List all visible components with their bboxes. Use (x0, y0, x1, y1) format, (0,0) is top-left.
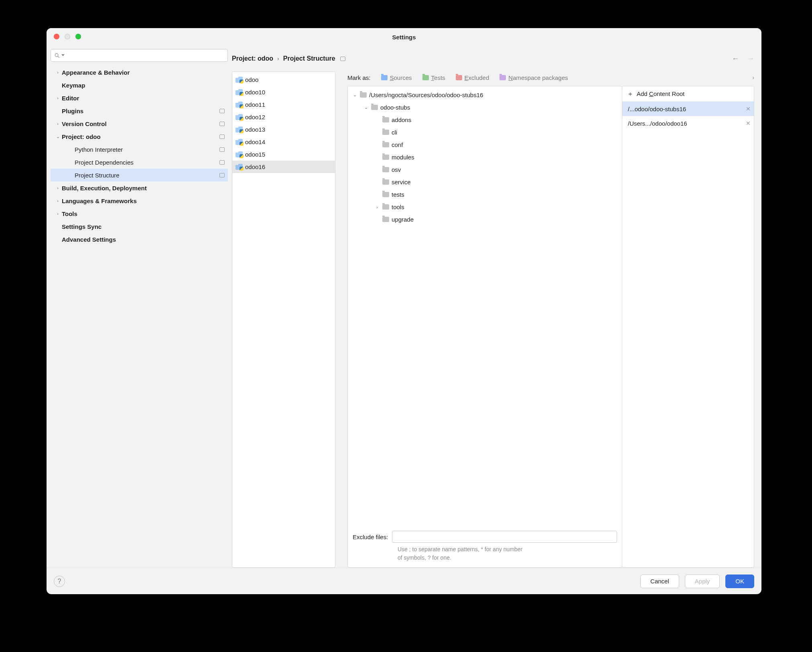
dir-label: service (392, 179, 411, 185)
sidebar-item-settings-sync[interactable]: Settings Sync (51, 220, 228, 233)
mark-tests-button[interactable]: Tests (422, 74, 445, 81)
mark-excluded-button[interactable]: Excluded (456, 74, 489, 81)
module-item-odoo14[interactable]: odoo14 (232, 136, 335, 148)
python-folder-icon (235, 164, 243, 170)
sidebar-item-advanced-settings[interactable]: Advanced Settings (51, 233, 228, 246)
python-folder-icon (235, 139, 243, 145)
dialog-footer: ? Cancel Apply OK (47, 568, 761, 594)
remove-content-root-button[interactable]: ✕ (746, 120, 751, 126)
sidebar-item-label: Settings Sync (62, 223, 102, 230)
folder-icon (382, 142, 389, 147)
help-button[interactable]: ? (54, 576, 65, 587)
chevron-right-icon: › (54, 211, 62, 216)
module-item-odoo11[interactable]: odoo11 (232, 98, 335, 111)
sidebar-item-project-structure[interactable]: Project Structure (51, 169, 228, 181)
dir-label: odoo-stubs (380, 104, 410, 111)
cancel-button[interactable]: Cancel (640, 575, 679, 588)
dir-tests[interactable]: tests (348, 188, 622, 201)
module-item-odoo15[interactable]: odoo15 (232, 148, 335, 161)
content-roots-panel: ＋ Add Content Root /...odoo/odoo-stubs16… (622, 86, 754, 568)
sidebar-item-label: Project Structure (75, 172, 120, 179)
sidebar-item-tools[interactable]: ›Tools (51, 207, 228, 220)
chevron-down-icon[interactable]: ⌄ (363, 105, 369, 110)
nav-back-button[interactable]: ← (732, 55, 739, 63)
exclude-files-input[interactable] (392, 531, 617, 543)
add-content-root-button[interactable]: ＋ Add Content Root (622, 86, 754, 102)
sidebar-item-build-execution-deployment[interactable]: ›Build, Execution, Deployment (51, 181, 228, 194)
chevron-right-icon[interactable]: › (374, 205, 380, 210)
dir-label: /Users/ngocta/Sources/odoo/odoo-stubs16 (369, 92, 483, 98)
window-title: Settings (47, 34, 761, 41)
dir-tools[interactable]: ›tools (348, 201, 622, 213)
sidebar-item-label: Keymap (62, 82, 85, 89)
mark-namespace-button[interactable]: Namespace packages (499, 74, 568, 81)
sidebar-item-label: Build, Execution, Deployment (62, 185, 147, 192)
mark-more-button[interactable]: › (752, 74, 754, 81)
folder-icon (382, 167, 389, 172)
dir-conf[interactable]: conf (348, 139, 622, 151)
project-scope-icon (340, 57, 345, 61)
sidebar-item-project-odoo[interactable]: ⌄Project: odoo (51, 130, 228, 143)
sidebar-item-keymap[interactable]: Keymap (51, 79, 228, 92)
module-label: odoo11 (245, 101, 265, 108)
sidebar-item-version-control[interactable]: ›Version Control (51, 117, 228, 130)
project-scope-icon (219, 160, 225, 165)
project-scope-icon (219, 134, 225, 139)
ok-button[interactable]: OK (725, 575, 754, 588)
module-item-odoo10[interactable]: odoo10 (232, 86, 335, 98)
dir-root[interactable]: ⌄/Users/ngocta/Sources/odoo/odoo-stubs16 (348, 89, 622, 101)
search-dropdown-icon[interactable] (61, 54, 65, 57)
sidebar-item-editor[interactable]: ›Editor (51, 92, 228, 104)
module-item-odoo13[interactable]: odoo13 (232, 123, 335, 136)
dir-modules[interactable]: modules (348, 151, 622, 163)
apply-button[interactable]: Apply (685, 575, 720, 588)
dir-label: addons (392, 116, 411, 123)
module-item-odoo12[interactable]: odoo12 (232, 111, 335, 123)
content-root-item[interactable]: /Users.../odoo/odoo16✕ (622, 116, 754, 130)
dir-upgrade[interactable]: upgrade (348, 213, 622, 226)
chevron-down-icon[interactable]: ⌄ (352, 92, 357, 98)
dir-osv[interactable]: osv (348, 163, 622, 176)
dir-label: conf (392, 141, 403, 148)
module-label: odoo12 (245, 114, 265, 120)
titlebar: Settings (47, 28, 761, 46)
exclude-files-label: Exclude files: (353, 534, 388, 540)
search-input[interactable] (66, 52, 224, 59)
content-root-item[interactable]: /...odoo/odoo-stubs16✕ (622, 102, 754, 116)
mark-sources-button[interactable]: Sources (381, 74, 412, 81)
dir-odoo-stubs[interactable]: ⌄odoo-stubs (348, 101, 622, 114)
python-folder-icon (235, 151, 243, 157)
dir-addons[interactable]: addons (348, 114, 622, 126)
chevron-right-icon: › (54, 198, 62, 203)
sidebar-item-languages-frameworks[interactable]: ›Languages & Frameworks (51, 194, 228, 207)
search-icon (54, 53, 60, 58)
project-scope-icon (219, 109, 225, 113)
plus-icon: ＋ (627, 91, 633, 97)
sidebar-item-label: Languages & Frameworks (62, 198, 137, 204)
dir-cli[interactable]: cli (348, 126, 622, 139)
sidebar-item-label: Appearance & Behavior (62, 69, 130, 76)
sidebar-item-python-interpreter[interactable]: Python Interpreter (51, 143, 228, 156)
sidebar-item-label: Version Control (62, 120, 107, 127)
folder-icon (382, 179, 389, 185)
module-item-odoo16[interactable]: odoo16 (232, 161, 335, 173)
folder-icon (371, 105, 378, 110)
settings-search[interactable] (51, 49, 228, 62)
sidebar-item-plugins[interactable]: Plugins (51, 104, 228, 117)
breadcrumb-page: Project Structure (283, 55, 335, 62)
settings-sidebar: ›Appearance & BehaviorKeymap›EditorPlugi… (47, 46, 232, 568)
sidebar-item-appearance-behavior[interactable]: ›Appearance & Behavior (51, 66, 228, 79)
dir-service[interactable]: service (348, 176, 622, 188)
folder-icon (382, 130, 389, 135)
sidebar-item-project-dependencies[interactable]: Project Dependencies (51, 156, 228, 169)
remove-content-root-button[interactable]: ✕ (746, 106, 751, 112)
breadcrumb-project: Project: odoo (232, 55, 273, 62)
settings-window: Settings ›Appearance & BehaviorKeymap›Ed… (47, 28, 761, 594)
nav-forward-button[interactable]: → (747, 55, 754, 63)
breadcrumb-sep: › (277, 55, 279, 62)
settings-tree: ›Appearance & BehaviorKeymap›EditorPlugi… (51, 66, 228, 246)
module-label: odoo10 (245, 89, 265, 96)
module-item-odoo[interactable]: odoo (232, 73, 335, 86)
content-root-path: /Users.../odoo/odoo16 (628, 120, 687, 127)
chevron-right-icon: › (54, 96, 62, 100)
